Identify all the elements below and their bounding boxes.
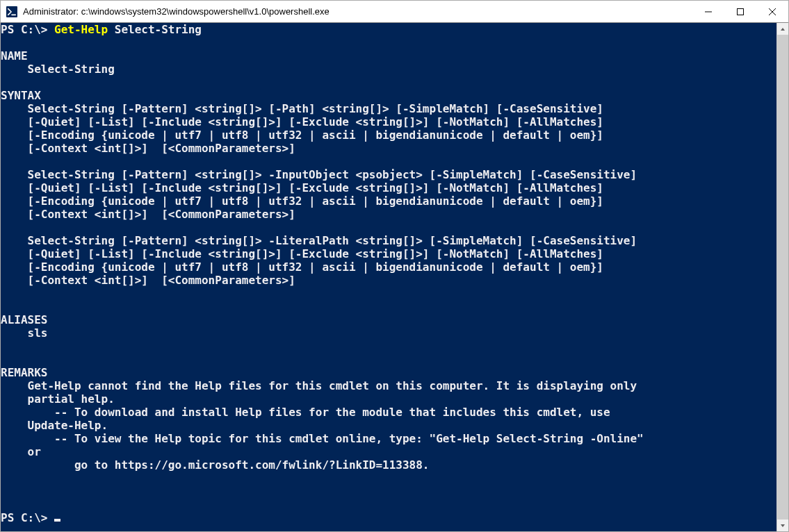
syntax-line: [-Encoding {unicode | utf7 | utf8 | utf3… (1, 260, 603, 274)
remarks-line: partial help. (1, 392, 115, 406)
remarks-line: -- To download and install Help files fo… (1, 406, 610, 419)
maximize-button[interactable] (724, 1, 756, 22)
blank-line (1, 472, 8, 485)
blank-line (1, 287, 8, 300)
blank-line (1, 221, 8, 234)
syntax-line: [-Context <int[]>] [<CommonParameters>] (1, 208, 295, 221)
blank-line (1, 498, 8, 511)
cursor (54, 519, 60, 522)
aliases-value: sls (1, 326, 47, 340)
vertical-scrollbar[interactable] (776, 23, 788, 531)
syntax-line: [-Quiet] [-List] [-Include <string[]>] [… (1, 247, 603, 260)
syntax-line: [-Encoding {unicode | utf7 | utf8 | utf3… (1, 194, 603, 208)
section-header-aliases: ALIASES (1, 313, 47, 326)
syntax-line: Select-String [-Pattern] <string[]> -Inp… (1, 168, 637, 181)
section-header-syntax: SYNTAX (1, 89, 41, 102)
window-controls (692, 1, 788, 22)
remarks-line: go to https://go.microsoft.com/fwlink/?L… (1, 458, 430, 472)
syntax-line: [-Context <int[]>] [<CommonParameters>] (1, 142, 295, 155)
remarks-line: Get-Help cannot find the Help files for … (1, 379, 637, 392)
remarks-line: or (1, 445, 41, 458)
scroll-down-arrow-icon[interactable] (777, 519, 788, 531)
blank-line (1, 300, 8, 313)
syntax-line: [-Context <int[]>] [<CommonParameters>] (1, 274, 295, 287)
scroll-thumb[interactable] (777, 35, 788, 519)
powershell-icon (6, 6, 17, 17)
section-header-name: NAME (1, 49, 28, 63)
scroll-track[interactable] (777, 35, 788, 519)
section-header-remarks: REMARKS (1, 366, 47, 379)
cmdlet-name: Get-Help (54, 23, 108, 36)
blank-line (1, 76, 8, 89)
window-titlebar: Administrator: c:\windows\system32\windo… (1, 1, 788, 23)
scroll-up-arrow-icon[interactable] (777, 23, 788, 35)
remarks-line: -- To view the Help topic for this cmdle… (1, 432, 644, 445)
remarks-line: Update-Help. (1, 419, 108, 432)
window-title: Administrator: c:\windows\system32\windo… (23, 6, 692, 17)
syntax-line: [-Quiet] [-List] [-Include <string[]>] [… (1, 181, 603, 194)
svg-rect-1 (738, 8, 744, 15)
terminal-output[interactable]: PS C:\> Get-Help Select-String NAME Sele… (1, 23, 776, 531)
syntax-line: [-Encoding {unicode | utf7 | utf8 | utf3… (1, 128, 603, 142)
prompt-prefix: PS C:\> (1, 23, 54, 36)
close-button[interactable] (756, 1, 788, 22)
name-value: Select-String (1, 63, 115, 76)
blank-line (1, 36, 8, 49)
blank-line (1, 340, 8, 353)
blank-line (1, 155, 8, 168)
cmdlet-arg: Select-String (108, 23, 202, 36)
syntax-line: Select-String [-Pattern] <string[]> [-Pa… (1, 102, 603, 115)
syntax-line: [-Quiet] [-List] [-Include <string[]>] [… (1, 115, 603, 128)
blank-line (1, 485, 8, 498)
syntax-line: Select-String [-Pattern] <string[]> -Lit… (1, 234, 637, 247)
prompt-prefix: PS C:\> (1, 511, 54, 524)
minimize-button[interactable] (692, 1, 724, 22)
blank-line (1, 353, 8, 366)
